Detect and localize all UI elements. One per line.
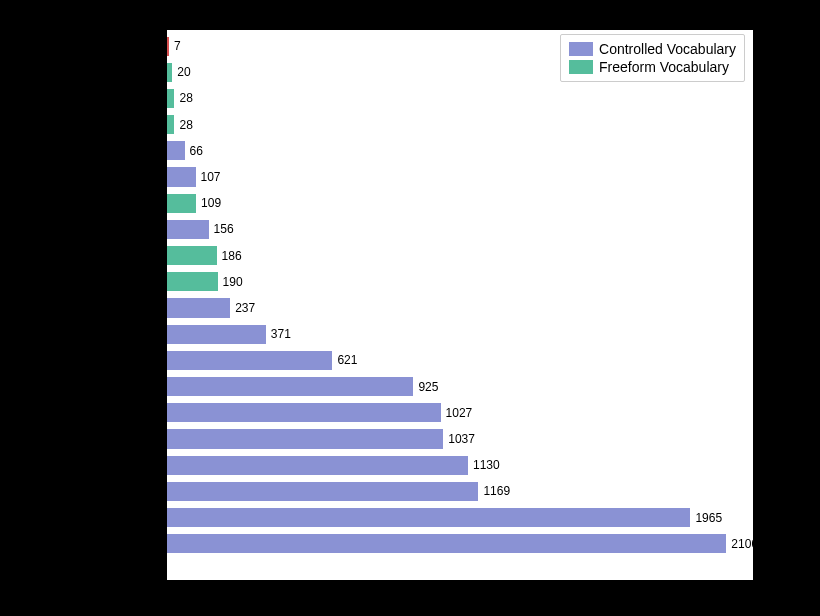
bar bbox=[167, 246, 217, 265]
bar-row: 66 bbox=[167, 141, 203, 160]
bar bbox=[167, 508, 690, 527]
bar-value-label: 28 bbox=[179, 91, 192, 105]
bar-row: 1027 bbox=[167, 403, 472, 422]
bar bbox=[167, 194, 196, 213]
bar-value-label: 237 bbox=[235, 301, 255, 315]
bar-row: 28 bbox=[167, 115, 193, 134]
bar-value-label: 156 bbox=[214, 222, 234, 236]
bar bbox=[167, 377, 413, 396]
bar-row: 28 bbox=[167, 89, 193, 108]
bar-row: 109 bbox=[167, 194, 221, 213]
bar-value-label: 1037 bbox=[448, 432, 475, 446]
bar-value-label: 186 bbox=[222, 249, 242, 263]
bar bbox=[167, 115, 174, 134]
bar bbox=[167, 63, 172, 82]
bar-value-label: 190 bbox=[223, 275, 243, 289]
chart-legend: Controlled Vocabulary Freeform Vocabular… bbox=[560, 34, 745, 82]
bar-row: 1037 bbox=[167, 429, 475, 448]
bar bbox=[167, 482, 478, 501]
legend-item-freeform: Freeform Vocabulary bbox=[569, 59, 736, 75]
bar-row: 1965 bbox=[167, 508, 722, 527]
bar bbox=[167, 325, 266, 344]
chart-plot-area: Controlled Vocabulary Freeform Vocabular… bbox=[167, 30, 753, 580]
legend-label-controlled: Controlled Vocabulary bbox=[599, 41, 736, 57]
bar bbox=[167, 167, 196, 186]
bar-row: 7 bbox=[167, 37, 181, 56]
legend-swatch-freeform bbox=[569, 60, 593, 74]
bar-row: 2100 bbox=[167, 534, 758, 553]
bar-row: 186 bbox=[167, 246, 242, 265]
bar-row: 20 bbox=[167, 63, 191, 82]
bar-value-label: 1027 bbox=[446, 406, 473, 420]
bar bbox=[167, 429, 443, 448]
bar-row: 107 bbox=[167, 167, 221, 186]
bar-row: 1169 bbox=[167, 482, 510, 501]
bar-value-label: 7 bbox=[174, 39, 181, 53]
bar-value-label: 621 bbox=[337, 353, 357, 367]
bar bbox=[167, 220, 209, 239]
bar bbox=[167, 534, 726, 553]
bar-row: 237 bbox=[167, 298, 255, 317]
bar-row: 190 bbox=[167, 272, 243, 291]
bar-value-label: 2100 bbox=[731, 537, 758, 551]
bar-row: 156 bbox=[167, 220, 234, 239]
bar bbox=[167, 141, 185, 160]
legend-swatch-controlled bbox=[569, 42, 593, 56]
bar-row: 1130 bbox=[167, 456, 500, 475]
bar-value-label: 28 bbox=[179, 118, 192, 132]
bar-row: 925 bbox=[167, 377, 438, 396]
bar-value-label: 1130 bbox=[473, 458, 500, 472]
bar-value-label: 1169 bbox=[483, 484, 510, 498]
bar-row: 621 bbox=[167, 351, 357, 370]
bar-value-label: 1965 bbox=[695, 511, 722, 525]
legend-label-freeform: Freeform Vocabulary bbox=[599, 59, 729, 75]
bar bbox=[167, 351, 332, 370]
bar bbox=[167, 89, 174, 108]
bar-value-label: 925 bbox=[418, 380, 438, 394]
bar bbox=[167, 272, 218, 291]
bar-value-label: 107 bbox=[201, 170, 221, 184]
bar-value-label: 371 bbox=[271, 327, 291, 341]
bar bbox=[167, 37, 169, 56]
bar-value-label: 20 bbox=[177, 65, 190, 79]
bar bbox=[167, 298, 230, 317]
bar-value-label: 109 bbox=[201, 196, 221, 210]
bar-value-label: 66 bbox=[190, 144, 203, 158]
bar bbox=[167, 403, 441, 422]
legend-item-controlled: Controlled Vocabulary bbox=[569, 41, 736, 57]
bar bbox=[167, 456, 468, 475]
bar-row: 371 bbox=[167, 325, 291, 344]
